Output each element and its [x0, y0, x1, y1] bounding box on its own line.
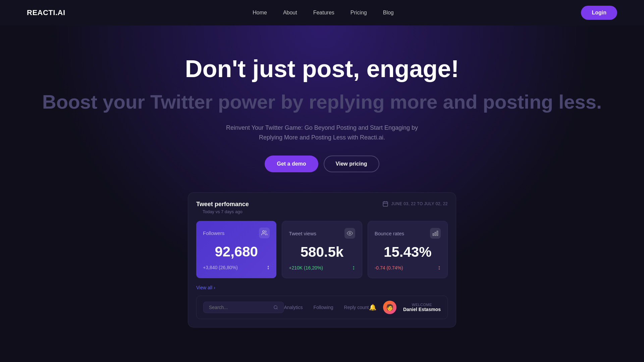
bottom-nav-reply-count[interactable]: Reply count	[344, 305, 369, 310]
search-input[interactable]	[209, 305, 270, 310]
tweet-views-change-text: +210K (16,20%)	[289, 265, 323, 270]
tweet-views-card: Tweet views 580.5k +210K (16,20%) ↕	[282, 221, 362, 278]
dashboard-title-block: Tweet perfomance Today vs 7 days ago	[196, 201, 249, 214]
bottom-right: 🔔 🧑 WELCOME Daniel Estasmos	[369, 301, 441, 314]
nav-blog[interactable]: Blog	[383, 10, 394, 15]
nav-about[interactable]: About	[283, 10, 297, 15]
hero-section: Don't just post, engage! Boost your Twit…	[0, 25, 644, 348]
svg-rect-6	[437, 231, 438, 236]
calendar-icon	[382, 201, 388, 207]
nav-features[interactable]: Features	[313, 10, 334, 15]
login-button[interactable]: Login	[581, 6, 617, 20]
bell-icon[interactable]: 🔔	[369, 304, 376, 311]
svg-rect-0	[383, 202, 388, 206]
bounce-rates-icon	[430, 228, 441, 239]
tweet-views-change-icon: ↕	[352, 264, 355, 271]
bounce-rates-value: 15.43%	[375, 244, 441, 260]
view-all-text: View all	[196, 285, 212, 290]
bottom-nav-following[interactable]: Following	[313, 305, 333, 310]
bounce-rates-change-icon: ↕	[438, 264, 441, 271]
user-info: WELCOME Daniel Estasmos	[403, 303, 441, 312]
bottom-nav: Analytics Following Reply count	[284, 305, 369, 310]
followers-card: Followers 92,680 +3,840 (26,80%) ↕	[196, 221, 276, 278]
bounce-rates-change-text: -0.74 (0.74%)	[375, 265, 403, 270]
stats-grid: Followers 92,680 +3,840 (26,80%) ↕ Tweet	[196, 221, 448, 278]
user-avatar: 🧑	[383, 301, 396, 314]
tweet-views-value: 580.5k	[289, 244, 355, 260]
navbar: REACTI.AI Home About Features Pricing Bl…	[0, 0, 644, 25]
date-range: JUNE 03, 22 TO JULY 02, 22	[382, 201, 448, 207]
svg-point-5	[349, 233, 351, 234]
svg-rect-7	[435, 232, 436, 236]
nav-links: Home About Features Pricing Blog	[253, 10, 394, 16]
bounce-rates-card: Bounce rates 15.43% -0.74 (0.74%) ↕	[368, 221, 448, 278]
view-all-link[interactable]: View all ›	[196, 285, 448, 290]
nav-pricing[interactable]: Pricing	[351, 10, 367, 15]
svg-rect-8	[433, 234, 434, 236]
welcome-text: WELCOME	[403, 303, 441, 307]
hero-buttons: Get a demo View pricing	[34, 156, 610, 172]
followers-card-header: Followers	[203, 228, 270, 238]
dashboard-preview: Tweet perfomance Today vs 7 days ago JUN…	[188, 192, 456, 327]
tweet-views-change: +210K (16,20%) ↕	[289, 264, 355, 271]
search-box	[203, 302, 284, 313]
followers-value: 92,680	[203, 244, 270, 260]
tweet-views-card-header: Tweet views	[289, 228, 355, 239]
hero-title: Don't just post, engage!	[34, 56, 610, 82]
nav-home[interactable]: Home	[253, 10, 267, 15]
get-demo-button[interactable]: Get a demo	[265, 156, 318, 172]
hero-description: Reinvent Your Twitter Game: Go Beyond Po…	[221, 123, 423, 142]
followers-change-text: +3,840 (26,80%)	[203, 265, 238, 270]
bottom-nav-analytics[interactable]: Analytics	[284, 305, 303, 310]
view-all-chevron: ›	[214, 285, 215, 290]
followers-change-icon: ↕	[267, 264, 270, 271]
bounce-rates-card-header: Bounce rates	[375, 228, 441, 239]
tweet-views-icon	[344, 228, 355, 239]
view-pricing-button[interactable]: View pricing	[324, 156, 379, 172]
date-range-text: JUNE 03, 22 TO JULY 02, 22	[391, 201, 448, 206]
followers-label: Followers	[203, 230, 224, 236]
svg-point-9	[274, 306, 277, 309]
dashboard-header: Tweet perfomance Today vs 7 days ago JUN…	[196, 201, 448, 214]
tweet-views-label: Tweet views	[289, 231, 316, 236]
hero-subtitle: Boost your Twitter power by replying mor…	[34, 90, 610, 114]
followers-icon	[259, 228, 270, 238]
followers-change: +3,840 (26,80%) ↕	[203, 264, 270, 271]
logo: REACTI.AI	[27, 8, 65, 17]
dashboard-subtitle: Today vs 7 days ago	[196, 209, 249, 214]
user-name: Daniel Estasmos	[403, 307, 441, 312]
bounce-rates-change: -0.74 (0.74%) ↕	[375, 264, 441, 271]
bounce-rates-label: Bounce rates	[375, 231, 404, 236]
dashboard-title: Tweet perfomance	[196, 201, 249, 208]
bottom-bar: Analytics Following Reply count 🔔 🧑 WELC…	[196, 296, 448, 319]
search-icon	[273, 305, 278, 310]
svg-point-4	[263, 231, 265, 233]
